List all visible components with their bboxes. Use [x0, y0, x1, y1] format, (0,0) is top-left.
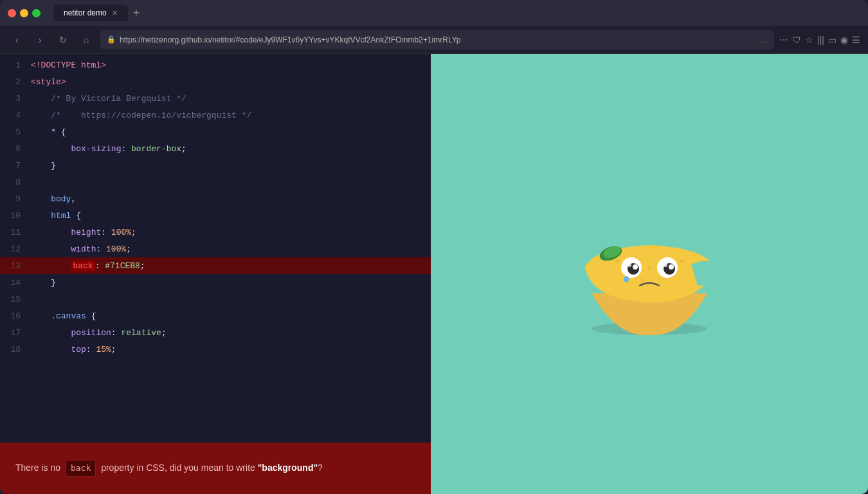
line-number-17: 17	[0, 328, 31, 338]
taco-illustration	[566, 210, 733, 338]
line-content-13: back: #71CEB8;	[31, 261, 431, 271]
code-line-6: 6 box-sizing: border-box;	[0, 140, 431, 157]
svg-point-18	[628, 263, 631, 267]
taco-svg	[566, 210, 733, 338]
reader-icon[interactable]: ▭	[828, 35, 836, 45]
line-content-10: html {	[31, 211, 431, 221]
extensions-icon[interactable]: ⋯	[779, 35, 788, 45]
line-number-16: 16	[0, 311, 31, 321]
code-line-18: 18 top: 15%;	[0, 341, 431, 358]
code-line-10: 10 html {	[0, 207, 431, 224]
line-content-7: }	[31, 161, 431, 170]
code-line-14: 14 }	[0, 274, 431, 291]
line-number-7: 7	[0, 161, 31, 170]
star-icon[interactable]: ☆	[805, 35, 813, 45]
error-suggestion: "background"	[258, 462, 318, 473]
bookmark-icon[interactable]: 🛡	[792, 35, 801, 45]
address-bar[interactable]: 🔒 https://netizenorg.github.io/netitor/#…	[100, 30, 774, 50]
error-panel: There is no back property in CSS, did yo…	[0, 443, 431, 494]
line-content-6: box-sizing: border-box;	[31, 144, 431, 154]
line-content-9: body,	[31, 194, 431, 204]
code-line-17: 17 position: relative;	[0, 324, 431, 341]
code-line-16: 16 .canvas {	[0, 307, 431, 324]
svg-point-15	[633, 264, 638, 270]
url-ellipsis: ...	[761, 35, 768, 44]
line-number-1: 1	[0, 60, 31, 70]
line-content-5: * {	[31, 127, 431, 137]
line-number-12: 12	[0, 244, 31, 254]
active-tab[interactable]: netitor demo ✕	[53, 5, 128, 21]
close-button[interactable]	[8, 9, 16, 17]
traffic-lights	[8, 9, 41, 17]
error-code-word: back	[66, 460, 96, 477]
minimize-button[interactable]	[20, 9, 28, 17]
line-content-3: /* By Victoria Bergquist */	[31, 94, 431, 104]
home-button[interactable]: ⌂	[77, 31, 95, 49]
svg-point-10	[642, 279, 644, 282]
error-prefix: There is no	[15, 462, 60, 473]
line-content-11: height: 100%;	[31, 228, 431, 237]
code-line-1: 1 <!DOCTYPE html>	[0, 57, 431, 73]
svg-point-4	[647, 266, 651, 270]
line-content-12: width: 100%;	[31, 244, 431, 254]
svg-point-7	[680, 259, 683, 263]
line-number-18: 18	[0, 345, 31, 354]
code-editor[interactable]: 1 <!DOCTYPE html> 2 <style> 3 /* By Vict…	[0, 54, 431, 494]
line-number-3: 3	[0, 94, 31, 104]
nav-icons: ⋯ 🛡 ☆ ||| ▭ ◉ ☰	[779, 35, 860, 45]
code-line-4: 4 /* https://codepen.io/vicbergquist */	[0, 107, 431, 124]
new-tab-button[interactable]: +	[133, 6, 140, 20]
menu-icon[interactable]: ☰	[852, 35, 860, 45]
line-number-5: 5	[0, 127, 31, 137]
line-number-2: 2	[0, 77, 31, 87]
code-line-15: 15	[0, 291, 431, 307]
code-line-13: 13 back: #71CEB8;	[0, 257, 431, 274]
svg-point-1	[615, 259, 619, 263]
code-line-7: 7 }	[0, 157, 431, 174]
line-content-1: <!DOCTYPE html>	[31, 60, 431, 70]
library-icon[interactable]: |||	[817, 35, 824, 45]
profile-icon[interactable]: ◉	[840, 35, 848, 45]
line-number-11: 11	[0, 228, 31, 237]
line-content-18: top: 15%;	[31, 345, 431, 354]
line-number-15: 15	[0, 295, 31, 304]
code-line-9: 9 body,	[0, 190, 431, 207]
line-number-8: 8	[0, 178, 31, 187]
tab-bar: netitor demo ✕ +	[53, 5, 860, 21]
browser-window: netitor demo ✕ + ‹ › ↻ ⌂ 🔒 https://netiz…	[0, 0, 868, 494]
code-line-3: 3 /* By Victoria Bergquist */	[0, 90, 431, 107]
code-line-2: 2 <style>	[0, 73, 431, 90]
svg-point-19	[664, 263, 667, 267]
security-icon: 🔒	[107, 35, 116, 44]
code-line-12: 12 width: 100%;	[0, 241, 431, 257]
code-content: 1 <!DOCTYPE html> 2 <style> 3 /* By Vict…	[0, 54, 431, 443]
line-number-4: 4	[0, 111, 31, 120]
line-number-14: 14	[0, 278, 31, 288]
back-button[interactable]: ‹	[8, 31, 26, 49]
error-suffix: property in CSS, did you mean to write	[101, 462, 255, 473]
nav-bar: ‹ › ↻ ⌂ 🔒 https://netizenorg.github.io/n…	[0, 26, 868, 54]
code-line-5: 5 * {	[0, 124, 431, 140]
line-content-16: .canvas {	[31, 311, 431, 321]
content-area: 1 <!DOCTYPE html> 2 <style> 3 /* By Vict…	[0, 54, 868, 494]
forward-button[interactable]: ›	[31, 31, 49, 49]
error-question: ?	[318, 462, 323, 473]
line-number-9: 9	[0, 194, 31, 204]
svg-point-8	[610, 273, 612, 275]
svg-point-9	[687, 273, 689, 275]
reload-button[interactable]: ↻	[54, 31, 72, 49]
preview-pane	[431, 54, 868, 494]
url-text: https://netizenorg.github.io/netitor/#co…	[120, 35, 757, 44]
maximize-button[interactable]	[32, 9, 41, 17]
line-number-10: 10	[0, 211, 31, 221]
code-line-11: 11 height: 100%;	[0, 224, 431, 241]
tab-close-icon[interactable]: ✕	[112, 9, 118, 17]
title-bar: netitor demo ✕ +	[0, 0, 868, 26]
code-line-8: 8	[0, 174, 431, 190]
svg-point-17	[669, 264, 674, 270]
line-number-6: 6	[0, 144, 31, 154]
tab-label: netitor demo	[64, 8, 107, 17]
line-number-13: 13	[0, 261, 31, 271]
svg-point-11	[658, 278, 661, 281]
line-content-2: <style>	[31, 77, 431, 87]
